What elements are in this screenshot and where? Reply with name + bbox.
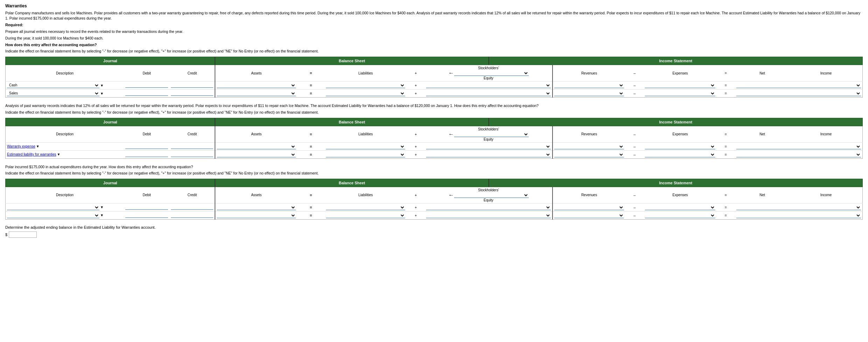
liab-sel-1-2[interactable]: +-NE — [326, 91, 405, 96]
stkh-arrow-3: ← +-NE — [426, 192, 551, 198]
credit-input-2-2[interactable] — [171, 152, 213, 157]
warranty-expense-link[interactable]: Warranty expense — [7, 144, 35, 148]
equity-sel-3-1[interactable]: +-NE — [426, 205, 551, 210]
rev-sel-2-1[interactable]: +-NE — [554, 144, 624, 149]
stkh-dropdown-2[interactable]: +-NE — [454, 131, 529, 137]
liab-sel-3-2[interactable]: +-NE — [326, 213, 405, 218]
income-stmt-header-2: Income Statement — [489, 118, 863, 126]
eq2-op-1: = — [717, 65, 735, 81]
rev-sel-3-1[interactable]: +-NE — [554, 205, 624, 210]
net-subheader-1: Net — [735, 65, 790, 81]
netinc-sel-2-2[interactable]: +-NE — [736, 152, 861, 157]
exp-sel-1-2[interactable]: +-NE — [645, 91, 715, 96]
table1-container: Journal Balance Sheet Income Statement D… — [5, 57, 863, 98]
assets-sel-2-1[interactable]: +-NE — [217, 144, 296, 149]
exp-sel-1-1[interactable]: +-NE — [645, 83, 715, 88]
desc-select-1-1[interactable]: Cash Sales Warranty expense Estimated li… — [7, 83, 99, 88]
exp-sel-2-1[interactable]: +-NE — [645, 144, 715, 149]
journal-header-1: Journal — [6, 57, 215, 65]
exp-sel-3-2[interactable]: +-NE — [645, 213, 715, 218]
equity-sel-1-1[interactable]: +-NE — [426, 83, 551, 88]
equity-label-1: Equity — [426, 76, 551, 80]
credit-input-3-1[interactable] — [171, 205, 213, 210]
balance-sheet-header-3: Balance Sheet — [215, 179, 488, 187]
stkh-equity-subheader-2: Stockholders' ← +-NE Equity — [425, 126, 553, 142]
desc-arrow-1-2: ▼ — [100, 92, 104, 95]
liab-sel-1-1[interactable]: +-NE — [326, 83, 405, 88]
credit-input-2-1[interactable] — [171, 144, 213, 149]
prepare-text: Prepare all journal entries necessary to… — [5, 29, 863, 34]
polar-incurred-text: Polar incurred $175,000 in actual expend… — [5, 164, 863, 170]
assets-sel-3-2[interactable]: +-NE — [217, 213, 296, 218]
credit-input-1-2[interactable] — [171, 91, 213, 96]
dollar-sign: $ — [5, 233, 7, 237]
stkh-label-3: Stockholders' — [426, 188, 551, 192]
est-liability-link[interactable]: Estimated liability for warranties — [7, 152, 56, 156]
equity-sel-2-1[interactable]: +-NE — [426, 144, 551, 149]
netinc-sel-3-2[interactable]: +-NE — [736, 213, 861, 218]
page-wrapper: Warranties Polar Company manufactures an… — [5, 3, 863, 238]
equity-sel-1-2[interactable]: +-NE — [426, 91, 551, 96]
rev-sel-1-1[interactable]: +-NE — [554, 83, 624, 88]
rev-sel-3-2[interactable]: +-NE — [554, 213, 624, 218]
final-section: Determine the adjusted ending balance in… — [5, 225, 863, 238]
desc-subheader-2: Description — [6, 126, 124, 142]
assets-sel-1-2[interactable]: +-NE — [217, 91, 296, 96]
desc-select-3-2[interactable]: Estimated liability for warranties Cash … — [7, 213, 99, 218]
desc-select-3-1[interactable]: Estimated liability for warranties Cash … — [7, 205, 99, 210]
eq-op-2: = — [297, 126, 325, 142]
equity-label-3: Equity — [426, 198, 551, 202]
revenues-subheader-3: Revenues — [553, 187, 625, 203]
indicate-text3: Indicate the effect on financial stateme… — [5, 171, 863, 176]
minus-op-2: – — [625, 126, 644, 142]
netinc-sel-1-1[interactable]: +-NE — [736, 83, 861, 88]
debit-input-3-1[interactable] — [125, 205, 168, 210]
credit-subheader-1: Credit — [169, 65, 215, 81]
ending-balance-input[interactable] — [9, 231, 37, 238]
balance-sheet-header-2: Balance Sheet — [215, 118, 488, 126]
income-stmt-header-1: Income Statement — [489, 57, 863, 65]
desc-subheader-3: Description — [6, 187, 124, 203]
stkh-dropdown-3[interactable]: +-NE — [454, 192, 529, 198]
intro-text: Polar Company manufactures and sells Ice… — [5, 10, 863, 21]
credit-input-1-1[interactable] — [171, 83, 213, 88]
assets-sel-1-1[interactable]: +-NE — [217, 83, 296, 88]
credit-subheader-3: Credit — [169, 187, 215, 203]
desc-select-1-2[interactable]: Cash Sales Warranty expense Estimated li… — [7, 91, 99, 96]
debit-subheader-2: Debit — [124, 126, 169, 142]
desc-arrow-2-1: ▼ — [36, 144, 40, 148]
liab-sel-3-1[interactable]: +-NE — [326, 205, 405, 210]
netinc-sel-1-2[interactable]: +-NE — [736, 91, 861, 96]
stkh-dropdown-1[interactable]: + - NE — [454, 70, 529, 76]
exp-sel-3-1[interactable]: +-NE — [645, 205, 715, 210]
debit-input-2-1[interactable] — [125, 144, 168, 149]
liab-subheader-1: Liabilities — [325, 65, 407, 81]
during-year-text: During the year, it sold 100,000 Ice Mac… — [5, 36, 863, 41]
rev-sel-2-2[interactable]: +-NE — [554, 152, 624, 157]
stkh-arrow-2: ← +-NE — [426, 131, 551, 137]
minus-op-1: – — [625, 65, 644, 81]
debit-input-1-1[interactable] — [125, 83, 168, 88]
credit-input-3-2[interactable] — [171, 213, 213, 218]
credit-subheader-2: Credit — [169, 126, 215, 142]
rev-sel-1-2[interactable]: +-NE — [554, 91, 624, 96]
assets-subheader-2: Assets — [215, 126, 297, 142]
liab-sel-2-1[interactable]: +-NE — [326, 144, 405, 149]
equity-label-2: Equity — [426, 137, 551, 141]
assets-sel-3-1[interactable]: +-NE — [217, 205, 296, 210]
debit-input-2-2[interactable] — [125, 152, 168, 157]
liab-subheader-3: Liabilities — [325, 187, 407, 203]
minus-op-3: – — [625, 187, 644, 203]
equity-sel-3-2[interactable]: +-NE — [426, 213, 551, 218]
liab-sel-2-2[interactable]: +-NE — [326, 152, 405, 157]
assets-subheader-3: Assets — [215, 187, 297, 203]
netinc-sel-3-1[interactable]: +-NE — [736, 205, 861, 210]
equity-sel-2-2[interactable]: +-NE — [426, 152, 551, 157]
plus-op-1: + — [407, 65, 425, 81]
exp-sel-2-2[interactable]: +-NE — [645, 152, 715, 157]
debit-input-1-2[interactable] — [125, 91, 168, 96]
debit-input-3-2[interactable] — [125, 213, 168, 218]
analysis-text: Analysis of past warranty records indica… — [5, 103, 863, 108]
assets-sel-2-2[interactable]: +-NE — [217, 152, 296, 157]
netinc-sel-2-1[interactable]: +-NE — [736, 144, 861, 149]
